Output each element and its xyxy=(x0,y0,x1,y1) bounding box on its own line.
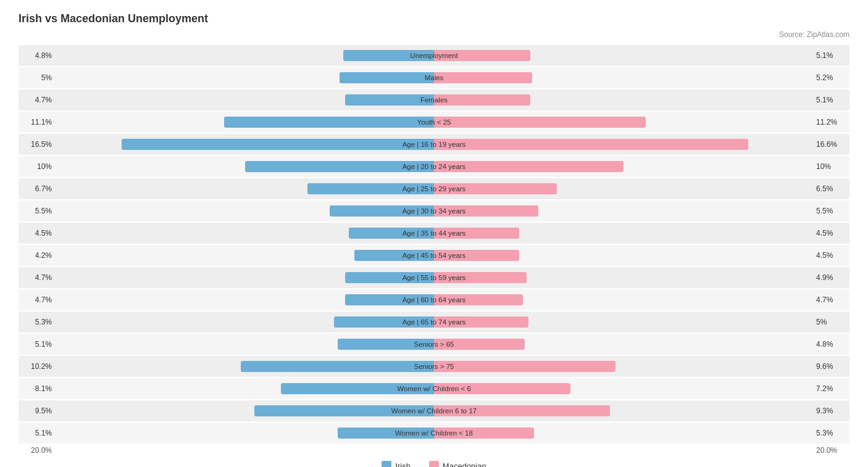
row-label: Age | 35 to 44 years xyxy=(403,229,466,237)
bar-right xyxy=(434,94,530,105)
bar-pair: Age | 25 to 29 years xyxy=(56,178,812,199)
chart-row: 4.2%Age | 45 to 54 years4.5% xyxy=(19,245,849,266)
bar-pair: Women w/ Children < 18 xyxy=(56,423,812,444)
chart-title: Irish vs Macedonian Unemployment xyxy=(19,12,849,25)
chart-row: 5%Males5.2% xyxy=(19,67,849,88)
bar-left-wrap xyxy=(56,289,434,310)
bars-area: Age | 60 to 64 years xyxy=(56,289,812,310)
right-value: 4.5% xyxy=(812,251,849,260)
right-value: 6.5% xyxy=(812,184,849,193)
bars-area: Males xyxy=(56,67,812,88)
right-value: 5.1% xyxy=(812,96,849,104)
bar-pair: Women w/ Children < 6 xyxy=(56,378,812,399)
bar-pair: Age | 60 to 64 years xyxy=(56,289,812,310)
bars-area: Age | 20 to 24 years xyxy=(56,156,812,177)
bar-left-wrap xyxy=(56,89,434,110)
left-value: 4.2% xyxy=(19,251,56,260)
bar-left-wrap xyxy=(56,112,434,133)
bars-area: Age | 65 to 74 years xyxy=(56,312,812,333)
bar-right-wrap xyxy=(434,156,812,177)
bar-pair: Age | 30 to 34 years xyxy=(56,200,812,221)
row-label: Women w/ Children < 18 xyxy=(395,429,473,437)
left-value: 5% xyxy=(19,73,56,82)
row-label: Females xyxy=(420,96,448,104)
bar-left-wrap xyxy=(56,134,434,155)
left-value: 9.5% xyxy=(19,407,56,415)
bar-right xyxy=(434,361,616,372)
row-label: Age | 45 to 54 years xyxy=(403,252,466,259)
row-label: Age | 60 to 64 years xyxy=(403,296,466,304)
axis-left-label: 20.0% xyxy=(19,446,56,455)
bar-left xyxy=(340,72,434,83)
bars-area: Age | 30 to 34 years xyxy=(56,200,812,221)
row-label: Age | 55 to 59 years xyxy=(403,274,466,281)
bars-area: Age | 35 to 44 years xyxy=(56,223,812,244)
left-value: 10% xyxy=(19,162,56,171)
bar-left xyxy=(241,361,434,372)
bar-right-wrap xyxy=(434,423,812,444)
bars-area: Women w/ Children 6 to 17 xyxy=(56,400,812,421)
left-value: 4.7% xyxy=(19,295,56,304)
chart-row: 10%Age | 20 to 24 years10% xyxy=(19,156,849,177)
axis-row: 20.0% 20.0% xyxy=(19,446,849,455)
left-value: 5.3% xyxy=(19,318,56,326)
right-value: 10% xyxy=(812,162,849,171)
bars-area: Age | 55 to 59 years xyxy=(56,267,812,288)
chart-row: 11.1%Youth < 2511.2% xyxy=(19,112,849,133)
bar-pair: Age | 35 to 44 years xyxy=(56,223,812,244)
bars-area: Females xyxy=(56,89,812,110)
bar-right-wrap xyxy=(434,400,812,421)
right-value: 5.3% xyxy=(812,429,849,437)
row-label: Unemployment xyxy=(410,52,457,59)
bar-left-wrap xyxy=(56,334,434,355)
bar-right-wrap xyxy=(434,200,812,221)
row-label: Age | 20 to 24 years xyxy=(403,163,466,170)
left-value: 5.5% xyxy=(19,207,56,215)
bars-area: Women w/ Children < 18 xyxy=(56,423,812,444)
bar-right-wrap xyxy=(434,334,812,355)
row-label: Age | 16 to 19 years xyxy=(403,141,466,148)
chart-row: 4.7%Age | 60 to 64 years4.7% xyxy=(19,289,849,310)
legend-macedonian: Macedonian xyxy=(429,461,486,467)
right-value: 5.2% xyxy=(812,73,849,82)
bar-left-wrap xyxy=(56,67,434,88)
right-value: 7.2% xyxy=(812,384,849,393)
left-value: 8.1% xyxy=(19,384,56,393)
bar-left xyxy=(122,139,434,150)
right-value: 4.7% xyxy=(812,295,849,304)
bar-right xyxy=(434,72,532,83)
right-value: 9.3% xyxy=(812,407,849,415)
chart-row: 5.5%Age | 30 to 34 years5.5% xyxy=(19,200,849,221)
left-value: 4.5% xyxy=(19,229,56,238)
chart-row: 5.1%Women w/ Children < 185.3% xyxy=(19,423,849,444)
row-label: Seniors > 65 xyxy=(414,341,454,348)
legend-irish: Irish xyxy=(382,461,411,467)
legend: Irish Macedonian xyxy=(19,461,849,467)
bar-right-wrap xyxy=(434,45,812,66)
bars-area: Seniors > 75 xyxy=(56,356,812,377)
chart-row: 5.1%Seniors > 654.8% xyxy=(19,334,849,355)
chart-row: 5.3%Age | 65 to 74 years5% xyxy=(19,312,849,333)
row-label: Seniors > 75 xyxy=(414,363,454,370)
chart-row: 10.2%Seniors > 759.6% xyxy=(19,356,849,377)
row-label: Males xyxy=(425,74,444,81)
left-value: 4.7% xyxy=(19,273,56,282)
row-label: Youth < 25 xyxy=(417,118,451,126)
bar-right xyxy=(434,117,646,128)
chart-row: 4.7%Females5.1% xyxy=(19,89,849,110)
bar-right-wrap xyxy=(434,312,812,333)
row-label: Age | 65 to 74 years xyxy=(403,318,466,326)
left-value: 4.7% xyxy=(19,96,56,104)
left-value: 5.1% xyxy=(19,340,56,349)
bar-right-wrap xyxy=(434,112,812,133)
left-value: 11.1% xyxy=(19,118,56,126)
bar-pair: Unemployment xyxy=(56,45,812,66)
bar-right-wrap xyxy=(434,378,812,399)
bar-left-wrap xyxy=(56,200,434,221)
right-value: 5.5% xyxy=(812,207,849,215)
bar-right-wrap xyxy=(434,178,812,199)
bar-right-wrap xyxy=(434,134,812,155)
bar-pair: Seniors > 65 xyxy=(56,334,812,355)
right-value: 5.1% xyxy=(812,51,849,60)
row-label: Age | 30 to 34 years xyxy=(403,207,466,215)
